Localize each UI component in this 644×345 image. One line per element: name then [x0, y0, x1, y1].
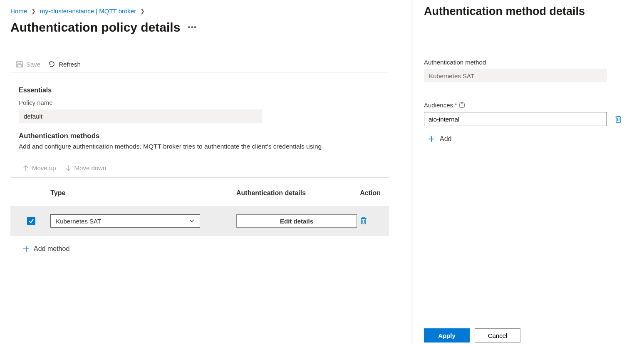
auth-methods-desc: Add and configure authentication methods…: [10, 143, 389, 150]
more-icon[interactable]: •••: [188, 23, 197, 32]
save-label: Save: [26, 61, 40, 68]
required-star: *: [455, 102, 457, 109]
essentials-title: Essentials: [10, 87, 389, 94]
audiences-label: Audiences *: [424, 102, 627, 109]
move-down-label: Move down: [74, 164, 107, 171]
arrow-down-icon: [65, 165, 71, 171]
svg-rect-1: [18, 61, 21, 63]
chevron-right-icon: ❯: [31, 8, 36, 14]
panel-title: Authentication method details: [424, 5, 627, 18]
plus-icon: [23, 246, 30, 252]
add-method-label: Add method: [34, 245, 69, 253]
refresh-label: Refresh: [59, 61, 81, 68]
add-audience-button[interactable]: Add: [424, 135, 627, 143]
plus-icon: [428, 136, 435, 142]
edit-details-button[interactable]: Edit details: [236, 214, 357, 228]
cancel-button[interactable]: Cancel: [475, 328, 520, 343]
move-up-button: Move up: [23, 164, 56, 171]
add-audience-label: Add: [440, 135, 451, 143]
svg-rect-2: [17, 65, 22, 67]
col-action: Action: [360, 185, 389, 206]
policy-name-label: Policy name: [10, 99, 389, 106]
move-down-button: Move down: [65, 164, 107, 171]
info-icon: [459, 102, 465, 108]
auth-methods-table: Type Authentication details Action Kuber…: [10, 185, 389, 236]
audiences-label-text: Audiences: [424, 102, 453, 109]
breadcrumb-home[interactable]: Home: [10, 7, 27, 15]
audience-input[interactable]: [424, 112, 607, 126]
page-title: Authentication policy details: [10, 20, 180, 35]
auth-methods-title: Authentication methods: [10, 132, 389, 140]
chevron-right-icon: ❯: [140, 8, 145, 14]
chevron-down-icon: [189, 219, 195, 223]
refresh-button[interactable]: Refresh: [48, 60, 81, 68]
refresh-icon: [48, 60, 55, 68]
auth-method-label: Authentication method: [424, 59, 627, 66]
type-dropdown[interactable]: Kubernetes SAT: [50, 214, 200, 228]
col-type: Type: [50, 185, 236, 206]
policy-name-value: default: [19, 109, 262, 123]
save-icon: [16, 61, 23, 67]
save-button: Save: [16, 61, 40, 68]
row-checkbox[interactable]: [27, 217, 35, 225]
table-row: Kubernetes SAT Edit details: [10, 206, 389, 236]
delete-icon[interactable]: [360, 216, 367, 225]
move-up-label: Move up: [32, 164, 56, 171]
auth-method-value: Kubernetes SAT: [424, 69, 607, 82]
col-details: Authentication details: [236, 185, 360, 206]
add-method-button[interactable]: Add method: [10, 245, 389, 253]
breadcrumb-instance[interactable]: my-cluster-instance | MQTT broker: [40, 7, 136, 15]
details-panel: Authentication method details Authentica…: [413, 0, 644, 345]
arrow-up-icon: [23, 165, 29, 171]
delete-audience-icon[interactable]: [614, 115, 622, 123]
apply-button[interactable]: Apply: [424, 328, 470, 343]
type-dropdown-value: Kubernetes SAT: [56, 218, 101, 225]
svg-rect-6: [616, 117, 620, 122]
breadcrumb: Home ❯ my-cluster-instance | MQTT broker…: [10, 7, 389, 15]
check-icon: [28, 218, 34, 224]
svg-point-5: [462, 103, 462, 104]
svg-rect-3: [362, 218, 366, 224]
